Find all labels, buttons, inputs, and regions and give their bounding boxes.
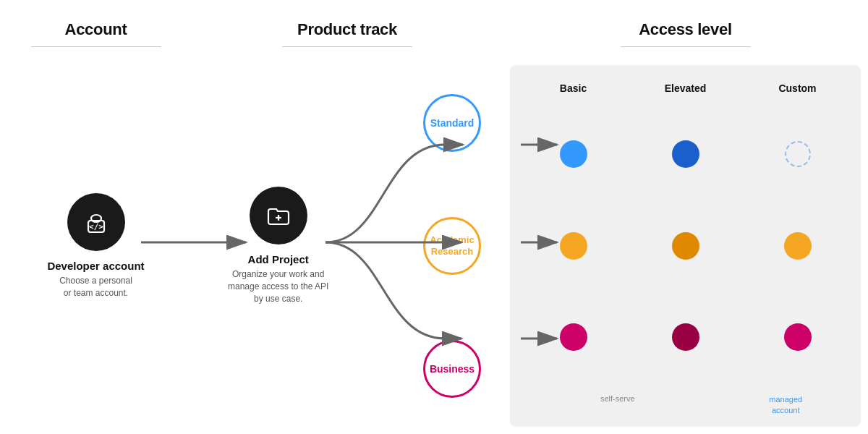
product-body: Add Project Organize your work and manag… [192,58,503,434]
dev-account-icon: </> [82,208,111,237]
account-column: Account </> Developer account [0,0,192,434]
dev-account-sublabel: Choose a personal or team account. [59,275,132,299]
account-title: Account [65,20,127,39]
main-layout: Account </> Developer account [0,0,868,434]
access-panel: Basic Elevated Custom [510,65,861,427]
academic-custom-dot-container [765,232,830,260]
business-basic-dot [560,323,587,351]
standard-basic-dot [560,140,587,168]
account-divider [31,46,161,47]
add-project-circle [250,187,307,244]
add-project-sublabel: Organize your work and manage access to … [228,268,328,305]
academic-access-row [517,232,854,260]
product-divider [282,46,412,47]
standard-access-row [517,140,854,168]
business-basic-dot-container [541,323,606,351]
svg-text:</>: </> [89,222,103,231]
dev-account-circle: </> [67,193,125,251]
business-custom-dot [784,323,812,351]
standard-elevated-dot-container [653,140,718,168]
access-header: Access level [503,0,868,58]
academic-elevated-dot-container [653,232,718,260]
product-title: Product track [297,20,397,39]
academic-elevated-dot [672,232,699,260]
academic-circle: AcademicResearch [423,217,481,275]
business-circle: Business [423,340,481,398]
access-column-headers: Basic Elevated Custom [517,82,854,94]
business-elevated-dot [672,323,699,351]
col-elevated-label: Elevated [653,82,718,94]
academic-basic-dot-container [541,232,606,260]
col-custom-label: Custom [765,82,830,94]
add-project-icon [264,201,293,230]
col-basic-label: Basic [541,82,606,94]
standard-custom-dot [785,141,811,167]
managed-account-label: managedaccount [753,394,818,415]
business-track-node: Business [423,340,481,398]
dev-account-node: </> Developer account Choose a personal … [47,193,144,299]
account-body: </> Developer account Choose a personal … [0,58,192,434]
standard-elevated-dot [672,140,699,168]
standard-circle: Standard [423,94,481,152]
self-serve-label: self-serve [553,394,683,415]
account-header: Account [0,0,192,58]
product-column: Product track Add Project Organize yo [192,0,503,434]
business-elevated-dot-container [653,323,718,351]
add-project-node: Add Project Organize your work and manag… [228,187,328,305]
standard-track-node: Standard [423,94,481,152]
access-footer: self-serve managedaccount [517,394,854,415]
academic-basic-dot [560,232,587,260]
access-column: Access level Basic Elevated Custom [503,0,868,434]
academic-track-node: AcademicResearch [423,217,481,275]
access-title: Access level [639,20,732,39]
product-header: Product track [192,0,503,58]
dev-account-label: Developer account [47,260,144,272]
business-access-row [517,323,854,351]
add-project-label: Add Project [248,253,309,265]
academic-custom-dot [784,232,812,260]
standard-custom-dot-container [765,141,830,167]
access-dots-area [517,109,854,383]
standard-basic-dot-container [541,140,606,168]
business-custom-dot-container [765,323,830,351]
access-body: Basic Elevated Custom [503,58,868,434]
access-divider [621,46,751,47]
